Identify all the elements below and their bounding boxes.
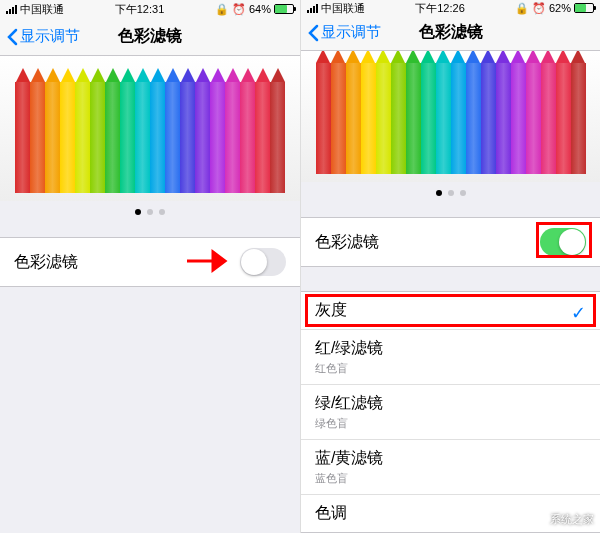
pencil <box>436 51 451 175</box>
pencil <box>346 51 361 175</box>
battery-pct: 62% <box>549 2 571 14</box>
filter-option[interactable]: 红/绿滤镜红色盲 <box>301 330 600 385</box>
pencil <box>571 51 586 175</box>
page-dots <box>301 182 600 204</box>
pencil <box>75 68 90 193</box>
pencil <box>210 68 225 193</box>
pencil <box>120 68 135 193</box>
pencil <box>60 68 75 193</box>
pencil <box>195 68 210 193</box>
battery-icon <box>274 4 294 14</box>
alarm-icon: ⏰ <box>232 3 246 16</box>
option-label: 灰度 <box>315 300 586 321</box>
back-button[interactable]: 显示调节 <box>307 23 381 42</box>
pencil <box>135 68 150 193</box>
pencils-preview[interactable] <box>0 56 300 201</box>
pencil <box>451 51 466 175</box>
dot <box>159 209 165 215</box>
pencil <box>526 51 541 175</box>
dot-active <box>436 190 442 196</box>
back-button[interactable]: 显示调节 <box>6 27 80 46</box>
alarm-icon: ⏰ <box>532 2 546 15</box>
battery-icon <box>574 3 594 13</box>
dot <box>147 209 153 215</box>
pencil <box>496 51 511 175</box>
pencils-preview[interactable] <box>301 51 600 183</box>
pencil <box>316 51 331 175</box>
filter-option[interactable]: 蓝/黄滤镜蓝色盲 <box>301 440 600 495</box>
pencil <box>421 51 436 175</box>
pencil <box>376 51 391 175</box>
pencil <box>180 68 195 193</box>
pencil <box>165 68 180 193</box>
pencil <box>45 68 60 193</box>
color-filter-switch[interactable] <box>240 248 286 276</box>
status-bar: 中国联通 下午12:26 🔒 ⏰ 62% <box>301 0 600 16</box>
chevron-left-icon <box>307 24 319 42</box>
pencil <box>225 68 240 193</box>
filter-option[interactable]: 灰度✓ <box>301 292 600 330</box>
color-filter-switch[interactable] <box>540 228 586 256</box>
clock: 下午12:26 <box>415 1 465 16</box>
pencil <box>406 51 421 175</box>
carrier-label: 中国联通 <box>20 2 64 17</box>
pencil <box>511 51 526 175</box>
option-label: 绿/红滤镜 <box>315 393 586 414</box>
pencil <box>30 68 45 193</box>
highlight-arrow-icon <box>185 248 235 274</box>
option-sublabel: 红色盲 <box>315 361 586 376</box>
pencil <box>15 68 30 193</box>
pencil <box>105 68 120 193</box>
chevron-left-icon <box>6 28 18 46</box>
toggle-label: 色彩滤镜 <box>315 232 379 253</box>
dot <box>448 190 454 196</box>
carrier-label: 中国联通 <box>321 1 365 16</box>
lock-icon: 🔒 <box>515 2 529 15</box>
filter-options-list: 灰度✓红/绿滤镜红色盲绿/红滤镜绿色盲蓝/黄滤镜蓝色盲色调 <box>301 291 600 533</box>
dot-active <box>135 209 141 215</box>
back-label: 显示调节 <box>321 23 381 42</box>
option-sublabel: 蓝色盲 <box>315 471 586 486</box>
filter-option[interactable]: 绿/红滤镜绿色盲 <box>301 385 600 440</box>
pencil <box>255 68 270 193</box>
pencil <box>90 68 105 193</box>
checkmark-icon: ✓ <box>571 302 586 324</box>
option-label: 蓝/黄滤镜 <box>315 448 586 469</box>
battery-pct: 64% <box>249 3 271 15</box>
dot <box>460 190 466 196</box>
pencil <box>541 51 556 175</box>
screenshot-left: 中国联通 下午12:31 🔒 ⏰ 64% 显示调节 色彩滤镜 <box>0 0 300 533</box>
lock-icon: 🔒 <box>215 3 229 16</box>
back-label: 显示调节 <box>20 27 80 46</box>
pencil <box>240 68 255 193</box>
toggle-cell: 色彩滤镜 <box>0 237 300 287</box>
screenshot-right: 中国联通 下午12:26 🔒 ⏰ 62% 显示调节 色彩滤镜 <box>300 0 600 533</box>
pencil <box>466 51 481 175</box>
pencil <box>331 51 346 175</box>
signal-icon <box>6 5 17 14</box>
toggle-label: 色彩滤镜 <box>14 252 78 273</box>
page-dots <box>0 201 300 223</box>
clock: 下午12:31 <box>115 2 165 17</box>
pencil <box>391 51 406 175</box>
option-sublabel: 绿色盲 <box>315 416 586 431</box>
pencil <box>150 68 165 193</box>
option-label: 红/绿滤镜 <box>315 338 586 359</box>
filter-option[interactable]: 色调 <box>301 495 600 532</box>
pencil <box>361 51 376 175</box>
option-label: 色调 <box>315 503 586 524</box>
toggle-cell: 色彩滤镜 <box>301 217 600 267</box>
pencil <box>270 68 285 193</box>
nav-bar: 显示调节 色彩滤镜 <box>301 16 600 50</box>
nav-bar: 显示调节 色彩滤镜 <box>0 18 300 56</box>
pencil <box>556 51 571 175</box>
status-bar: 中国联通 下午12:31 🔒 ⏰ 64% <box>0 0 300 18</box>
pencil <box>481 51 496 175</box>
signal-icon <box>307 4 318 13</box>
